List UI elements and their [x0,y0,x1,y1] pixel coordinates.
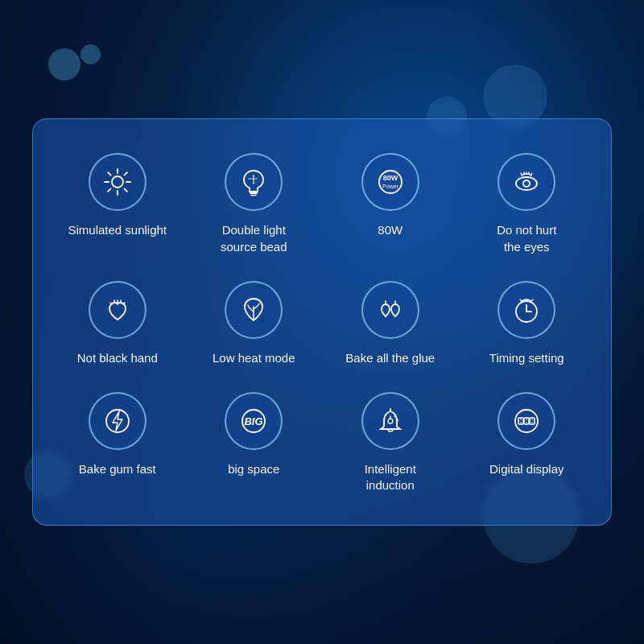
svg-text:Power: Power [382,184,399,189]
svg-rect-42 [530,418,535,424]
svg-rect-40 [518,418,523,424]
svg-point-37 [388,419,393,423]
sun-icon [101,166,134,198]
big-space-label: big space [228,461,279,477]
svg-line-22 [531,173,532,175]
features-card: Simulated sunlight Double lightsource be… [32,118,612,525]
hand-icon-circle [89,281,147,339]
feature-simulated-sunlight: Simulated sunlight [49,143,186,263]
feature-bake-glue: Bake all the glue [322,271,459,374]
bubble-decoration [80,44,101,64]
not-black-hand-label: Not black hand [77,350,158,366]
leaf-icon-circle [225,281,283,339]
bulb-icon [237,166,270,198]
features-grid: Simulated sunlight Double lightsource be… [49,143,595,502]
feature-digital-display: Digital display [459,382,596,502]
big-text-icon: BIG [237,405,270,437]
display-icon [510,405,543,437]
feature-not-black-hand: Not black hand [49,271,186,374]
bell-icon-circle [361,392,419,450]
feature-bake-gum-fast: Bake gum fast [49,382,186,502]
bake-glue-label: Bake all the glue [345,350,435,366]
power-icon-circle: 80W Power [361,153,419,211]
drops-icon [374,294,407,326]
feature-intelligent-induction: Intelligentinduction [322,382,459,502]
big-icon-circle: BIG [225,392,283,450]
bell-icon [374,405,407,437]
timing-label: Timing setting [489,350,564,366]
svg-line-6 [124,189,127,192]
double-light-icon-circle [225,153,283,211]
bake-gum-fast-label: Bake gum fast [79,461,156,477]
svg-line-7 [124,172,127,175]
clock-icon [510,294,543,326]
power-icon: 80W Power [374,166,407,198]
svg-text:BIG: BIG [245,415,263,427]
feature-big-space: BIG big space [186,382,323,502]
svg-line-18 [521,173,522,175]
svg-line-8 [108,189,111,192]
digital-display-label: Digital display [489,461,564,477]
eye-icon-circle [497,153,555,211]
leaf-icon [237,294,270,326]
eye-icon [510,166,543,198]
svg-point-17 [523,180,530,187]
feature-double-light: Double lightsource bead [186,143,323,263]
svg-rect-41 [524,418,529,424]
feature-eye: Do not hurtthe eyes [459,143,596,263]
svg-text:80W: 80W [382,174,398,182]
intelligent-induction-label: Intelligentinduction [365,461,416,494]
svg-line-5 [108,172,111,175]
simulated-sunlight-icon-circle [89,153,147,211]
feature-80w: 80W Power 80W [322,143,459,263]
svg-point-0 [112,176,123,188]
80w-label: 80W [378,222,402,238]
feature-timing: Timing setting [459,271,596,374]
eye-label: Do not hurtthe eyes [497,222,556,255]
clock-icon-circle [497,281,555,339]
double-light-label: Double lightsource bead [221,222,287,255]
svg-point-16 [516,177,537,190]
feature-low-heat: Low heat mode [186,271,323,374]
low-heat-label: Low heat mode [213,350,295,366]
lightning-icon-circle [89,392,147,450]
simulated-sunlight-label: Simulated sunlight [68,222,167,238]
bubble-decoration [48,48,80,80]
drops-icon-circle [361,281,419,339]
display-icon-circle [497,392,555,450]
lightning-icon [101,405,134,437]
hand-icon [101,294,134,326]
